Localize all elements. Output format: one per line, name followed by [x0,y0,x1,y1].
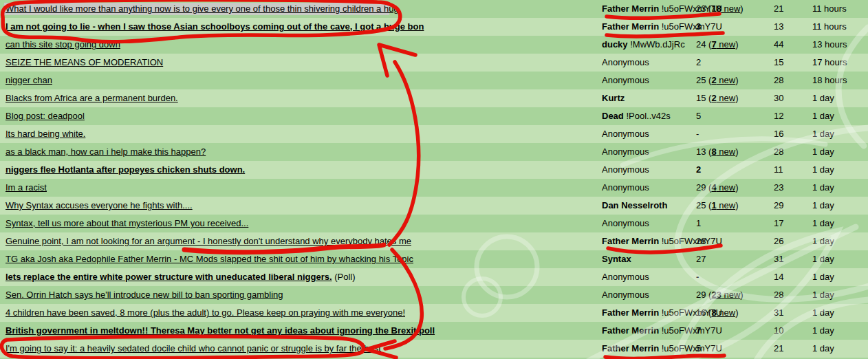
thread-age: 1 day [811,161,868,179]
new-replies: (23 new) [706,290,743,300]
thread-row: British government in meltdown!! Theresa… [0,322,868,340]
thread-age: 18 hours [811,72,868,89]
reply-count: 29 [696,182,706,193]
thread-age: 1 day [811,322,868,340]
author-name: Dead [602,111,624,121]
reply-count: 7 [696,325,701,336]
author-name: Father Merrin [602,21,659,32]
author-name: Anonymous [602,272,649,282]
view-count: 12 [774,107,811,125]
new-replies-link[interactable]: 2 new [711,93,735,103]
thread-row: Syntax, tell us more about that mysterio… [0,215,868,232]
thread-row: SEIZE THE MEANS OF MODERATION Anonymous … [0,54,868,72]
thread-row: Blacks from Africa are a permanent burde… [0,89,868,107]
view-count: 30 [774,89,811,107]
author-tripcode: !Pool..v42s [624,111,671,121]
thread-title-link[interactable]: as a black man, how can i help make this… [6,146,206,157]
thread-row: Blog post: deadpool Dead !Pool..v42s 5 1… [0,107,868,125]
thread-age: 1 day [811,107,868,125]
thread-age: 1 day [811,232,868,250]
reply-count: 23 [696,3,706,14]
thread-title-link[interactable]: What I would like more than anything now… [6,3,399,14]
thread-title-link[interactable]: SEIZE THE MEANS OF MODERATION [6,57,163,67]
thread-title-link[interactable]: Sen. Orrin Hatch says he'll introduce ne… [6,290,283,300]
thread-age: 1 day [811,215,868,232]
new-replies-link[interactable]: 23 new [711,290,740,300]
thread-row: can this site stop going down ducky !MwW… [0,36,868,54]
reply-count: 25 [696,75,706,85]
author-name: Kurtz [602,93,625,103]
new-replies: (2 new) [706,75,738,85]
thread-title-link[interactable]: British government in meltdown!! Theresa… [6,325,435,336]
thread-age: 17 hours [811,54,868,72]
thread-title-link[interactable]: Its hard being white. [6,129,85,139]
new-replies: (18 new) [706,3,743,14]
thread-title-link[interactable]: lets replace the entire white power stru… [6,272,332,282]
new-replies-link[interactable]: 18 new [711,3,740,14]
thread-row: Why Syntax accuses everyone he fights wi… [0,197,868,215]
thread-row: I'm going to say it: a heavily sedated d… [0,340,868,358]
thread-title-link[interactable]: Syntax, tell us more about that mysterio… [6,218,248,228]
thread-title-suffix: (Poll) [332,272,356,282]
thread-row: Its hard being white. Anonymous - 16 1 d… [0,125,868,143]
new-replies-link[interactable]: 1 new [711,200,735,210]
thread-title-link[interactable]: Blog post: deadpool [6,111,85,121]
reply-count: 2 [696,57,701,67]
view-count: 26 [774,232,811,250]
reply-count: 3 [696,21,701,32]
reply-count: 5 [696,343,701,353]
new-replies-link[interactable]: 4 new [711,182,735,193]
view-count: 15 [774,54,811,72]
thread-title-link[interactable]: 4 children have been saved, 8 more (plus… [6,307,405,318]
author-name: Syntax [602,254,631,264]
new-replies: (1 new) [706,200,738,210]
thread-title-link[interactable]: niggers flee Hotlanta after popeyes chic… [6,164,245,175]
thread-title-link[interactable]: nigger chan [6,75,52,85]
thread-title-link[interactable]: TG aka Josh aka Pedophile Father Merrin … [6,254,413,264]
thread-title-link[interactable]: can this site stop going down [6,39,120,50]
new-replies-link[interactable]: 8 new [711,146,735,157]
thread-row: What I would like more than anything now… [0,0,868,18]
thread-row: Sen. Orrin Hatch says he'll introduce ne… [0,286,868,304]
reply-count: 28 [696,236,706,246]
author-name: Anonymous [602,218,649,228]
reply-count: 27 [696,254,706,264]
view-count: 16 [774,125,811,143]
new-replies-link[interactable]: 2 new [711,75,735,85]
author-name: Father Merrin [602,343,659,353]
thread-age: 1 day [811,143,868,161]
thread-row: niggers flee Hotlanta after popeyes chic… [0,161,868,179]
thread-age: 11 hours [811,18,868,36]
thread-title-link[interactable]: I'm going to say it: a heavily sedated d… [6,343,381,353]
view-count: 21 [774,340,811,358]
thread-title-link[interactable]: Im a racist [6,182,47,193]
author-name: Father Merrin [602,307,659,318]
reply-count: 25 [696,200,706,210]
thread-title-link[interactable]: Why Syntax accuses everyone he fights wi… [6,200,193,210]
view-count: 28 [774,286,811,304]
new-replies-link[interactable]: 8 new [711,307,735,318]
thread-title-link[interactable]: I am not going to lie - when I saw those… [6,21,424,32]
view-count: 14 [774,268,811,286]
thread-age: 1 day [811,268,868,286]
thread-row: Im a racist Anonymous 29 (4 new) 23 1 da… [0,179,868,197]
new-replies: (4 new) [706,182,738,193]
new-replies: (8 new) [706,146,738,157]
thread-row: 4 children have been saved, 8 more (plus… [0,304,868,322]
thread-title-link[interactable]: Genuine point, I am not looking for an a… [6,236,411,246]
author-name: Anonymous [602,182,649,193]
author-name: Anonymous [602,57,649,67]
new-replies: (2 new) [706,93,738,103]
thread-age: 1 day [811,304,868,322]
thread-age: 13 hours [811,36,868,54]
view-count: 29 [774,197,811,215]
thread-title-link[interactable]: Blacks from Africa are a permanent burde… [6,93,178,103]
view-count: 10 [774,322,811,340]
author-name: Dan Nesselroth [602,200,667,210]
thread-age: 1 day [811,89,868,107]
new-replies: (7 new) [706,39,738,50]
author-name: Father Merrin [602,236,659,246]
new-replies-link[interactable]: 7 new [711,39,735,50]
thread-age: 1 day [811,340,868,358]
thread-age: 1 day [811,197,868,215]
